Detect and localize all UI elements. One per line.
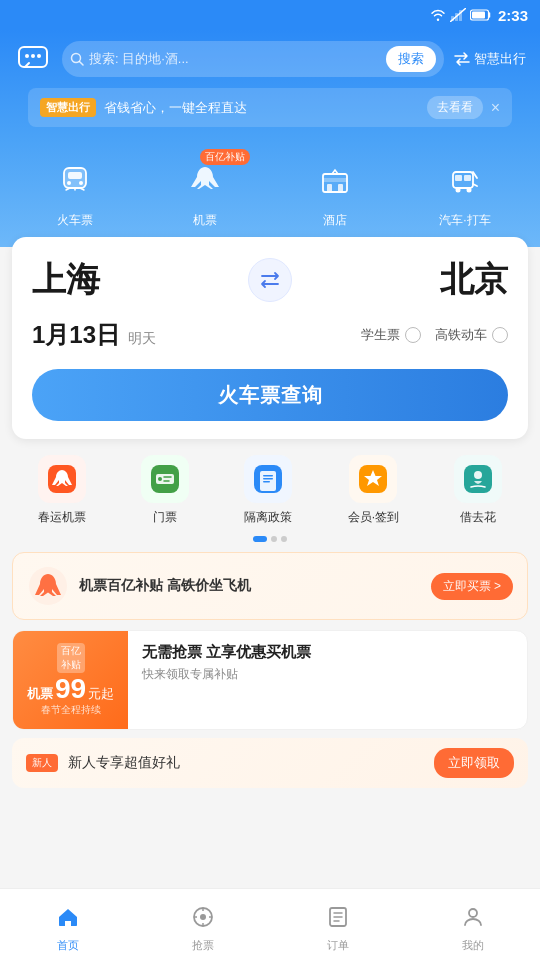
qa-item-ticket[interactable]: 门票 [141,455,189,526]
search-button[interactable]: 搜索 [386,46,436,72]
gaotie-label: 高铁动车 [435,326,487,344]
hotel-icon-circle [309,155,361,207]
svg-line-11 [80,62,84,66]
sub-promo-right: 无需抢票 立享优惠买机票 快来领取专属补贴 [128,631,527,729]
quick-access: 春运机票 门票 隔离政策 [0,439,540,536]
bottom-card: 新人 新人专享超值好礼 立即领取 [12,738,528,788]
transfer-icon [454,52,470,66]
gaotie-radio[interactable] [492,327,508,343]
city-from[interactable]: 上海 [32,257,100,303]
claim-button[interactable]: 立即领取 [434,748,514,778]
price-unit: 元起 [88,685,114,703]
search-placeholder: 搜索: 目的地·酒... [89,50,381,68]
svg-rect-39 [263,478,273,480]
svg-rect-24 [455,175,462,181]
gaotie-option[interactable]: 高铁动车 [435,326,508,344]
flight-badge: 百亿补贴 [200,149,250,165]
spring-flight-label: 春运机票 [38,509,86,526]
tab-grab[interactable]: 抢票 [135,897,270,953]
svg-rect-40 [263,481,270,483]
banner-cta-button[interactable]: 去看看 [427,96,483,119]
svg-rect-22 [338,184,343,192]
svg-point-46 [200,914,206,920]
dot-indicator [0,536,540,542]
promo-title: 机票百亿补贴 高铁价坐飞机 [79,577,421,595]
tab-home[interactable]: 首页 [0,897,135,953]
flight-label: 机票 [193,212,217,229]
nav-item-bus[interactable]: 汽车·打车 [439,155,491,229]
swap-button[interactable] [248,258,292,302]
svg-rect-21 [327,184,332,192]
date-options-row: 1月13日 明天 学生票 高铁动车 [32,319,508,351]
svg-point-33 [158,477,162,481]
dot-1 [253,536,267,542]
tab-me[interactable]: 我的 [405,897,540,953]
bottom-nav: 首页 抢票 订单 [0,888,540,960]
orders-label: 订单 [327,938,349,953]
search-icon [70,52,84,66]
header: 搜索: 目的地·酒... 搜索 智慧出行 智慧出行 省钱省心，一键全程直达 去看… [0,30,540,141]
bus-icon-circle [439,155,491,207]
search-bar[interactable]: 搜索: 目的地·酒... 搜索 [62,41,444,77]
dot-3 [281,536,287,542]
banner-close-button[interactable]: × [491,99,500,117]
flight-icon [187,163,223,199]
date-section[interactable]: 1月13日 明天 [32,319,156,351]
member-svg [359,465,387,493]
nav-icons: 火车票 百亿补贴 机票 酒店 [0,141,540,247]
city-to[interactable]: 北京 [440,257,508,303]
qa-item-spring-flight[interactable]: 春运机票 [38,455,86,526]
spring-flight-svg [48,465,76,493]
price-number: 99 [55,675,86,703]
ticket-label: 门票 [153,509,177,526]
sub-promo-left: 百亿补贴 机票 99 元起 春节全程持续 [13,631,128,729]
borrow-label: 借去花 [460,509,496,526]
qa-item-member[interactable]: 会员·签到 [348,455,399,526]
status-bar: 2:33 [0,0,540,30]
smart-travel[interactable]: 智慧出行 [454,50,526,68]
svg-point-27 [467,188,472,193]
price-label: 机票 [27,685,53,703]
student-ticket-option[interactable]: 学生票 [361,326,421,344]
swap-icon [259,271,281,289]
quarantine-icon [244,455,292,503]
nav-item-flight[interactable]: 百亿补贴 机票 [179,155,231,229]
sub-promo-title: 无需抢票 立享优惠买机票 [142,643,513,662]
member-icon [349,455,397,503]
hundred-yi-badge: 百亿补贴 [57,643,85,673]
train-icon-circle [49,155,101,207]
svg-rect-7 [25,54,29,58]
smart-travel-label: 智慧出行 [474,50,526,68]
query-button[interactable]: 火车票查询 [32,369,508,421]
me-label: 我的 [462,938,484,953]
tab-orders[interactable]: 订单 [270,897,405,953]
ticket-svg [151,465,179,493]
nav-item-train[interactable]: 火车票 [49,155,101,229]
promo-icon [27,565,69,607]
qa-item-borrow[interactable]: 借去花 [454,455,502,526]
wifi-icon [430,9,446,21]
nav-item-hotel[interactable]: 酒店 [309,155,361,229]
ticket-icon [141,455,189,503]
student-ticket-label: 学生票 [361,326,400,344]
promo-card: 机票百亿补贴 高铁价坐飞机 立即买票 > [12,552,528,620]
quarantine-svg [254,465,282,493]
svg-point-26 [456,188,461,193]
home-icon [56,905,80,935]
banner-text: 省钱省心，一键全程直达 [104,99,419,117]
bottom-card-text: 新人专享超值好礼 [68,754,424,772]
message-icon[interactable] [14,40,52,78]
svg-point-15 [79,181,83,185]
signal-icon [450,8,466,22]
dot-2 [271,536,277,542]
qa-item-quarantine[interactable]: 隔离政策 [244,455,292,526]
svg-rect-19 [323,174,347,192]
date-sub: 明天 [128,330,156,348]
hotel-label: 酒店 [323,212,347,229]
promo-cta-button[interactable]: 立即买票 > [431,573,513,600]
student-ticket-radio[interactable] [405,327,421,343]
bus-label: 汽车·打车 [439,212,490,229]
svg-rect-13 [68,172,82,179]
home-label: 首页 [57,938,79,953]
svg-rect-25 [464,175,471,181]
